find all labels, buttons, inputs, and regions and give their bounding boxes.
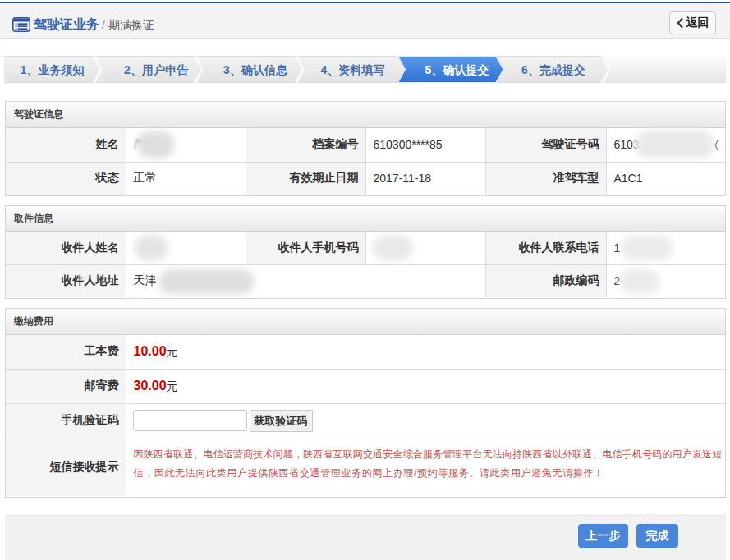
svg-text:6、完成提交: 6、完成提交 [521,63,585,76]
svg-text:5、确认提交: 5、确认提交 [425,63,489,76]
svg-text:3、确认信息: 3、确认信息 [223,63,288,76]
svg-text:2、用户申告: 2、用户申告 [124,63,189,76]
svg-text:4、资料填写: 4、资料填写 [321,63,385,76]
svg-text:1、业务须知: 1、业务须知 [21,63,85,76]
